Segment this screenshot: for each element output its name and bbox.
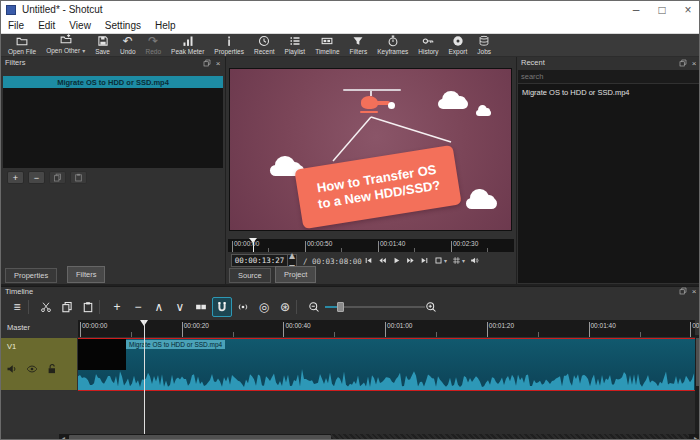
close-icon[interactable]: × xyxy=(689,287,699,297)
recent-item[interactable]: Migrate OS to HDD or SSD.mp4 xyxy=(522,88,630,97)
open-other-button[interactable]: Open Other▾ xyxy=(41,34,90,57)
master-track-label[interactable]: Master xyxy=(7,323,30,332)
append-button[interactable]: + xyxy=(107,297,127,317)
timeline-button[interactable]: Timeline xyxy=(310,34,344,57)
playlist-icon xyxy=(289,35,301,48)
menu-item-edit[interactable]: Edit xyxy=(31,18,62,34)
filters-button[interactable]: Filters xyxy=(345,34,373,57)
video-preview[interactable]: How to Transfer OS to a New HDD/SSD? xyxy=(229,68,512,231)
tab-properties[interactable]: Properties xyxy=(5,268,57,283)
snap-button[interactable] xyxy=(212,297,232,317)
timeline-ruler[interactable]: 00:00:0000:00:2000:00:4000:01:0000:01:20… xyxy=(78,320,695,337)
open-file-button[interactable]: Open File xyxy=(3,34,41,57)
audio-waveform xyxy=(78,366,694,390)
menu-item-file[interactable]: File xyxy=(1,18,31,34)
preview-ruler[interactable]: 00:00:0000:00:5000:01:4000:02:30 xyxy=(228,239,514,252)
close-icon[interactable]: × xyxy=(213,59,223,69)
peak-meter-button[interactable]: Peak Meter xyxy=(166,34,209,57)
horizontal-scrollbar[interactable]: ◂ ▸ xyxy=(59,434,700,440)
tab-project[interactable]: Project xyxy=(275,266,316,283)
remove-filter-button[interactable]: − xyxy=(28,171,45,184)
overwrite-button[interactable]: ∨ xyxy=(170,297,190,317)
menu-item-view[interactable]: View xyxy=(62,18,98,34)
hide-icon[interactable] xyxy=(26,361,39,374)
mute-icon[interactable] xyxy=(6,361,19,374)
rewind-button[interactable] xyxy=(378,256,387,265)
ripple-all-tracks-button[interactable]: ⊛ xyxy=(275,297,295,317)
timeline-menu-button[interactable]: ≡ xyxy=(7,297,27,317)
spinner-arrows[interactable]: ▴▾ xyxy=(287,255,296,266)
split-button[interactable] xyxy=(191,297,211,317)
recent-button[interactable]: Recent xyxy=(249,34,280,57)
play-button[interactable] xyxy=(392,256,401,265)
ripple-delete-button[interactable]: − xyxy=(128,297,148,317)
timeline-icon xyxy=(321,35,333,48)
zoom-fit-button[interactable]: ▾ xyxy=(434,255,447,267)
add-filter-button[interactable]: + xyxy=(7,171,24,184)
close-icon[interactable]: × xyxy=(689,59,699,69)
cut-button[interactable] xyxy=(36,297,56,317)
v1-track-header[interactable]: V1 xyxy=(1,338,77,390)
undo-button[interactable]: ↶Undo xyxy=(115,34,141,57)
skip-start-button[interactable] xyxy=(364,256,373,265)
video-clip[interactable]: Migrate OS to HDD or SSD.mp4 xyxy=(78,338,695,391)
ff-icon xyxy=(406,256,415,265)
ripple-button[interactable]: ◎ xyxy=(254,297,274,317)
ruler-tick-label: 00:01:00 xyxy=(387,322,412,329)
copy-filters-button[interactable] xyxy=(49,171,66,184)
folder-plus-icon xyxy=(60,33,72,45)
zoom-slider-handle[interactable] xyxy=(337,302,344,312)
save-button[interactable]: Save xyxy=(90,34,115,57)
recent-list[interactable]: Migrate OS to HDD or SSD.mp4 xyxy=(518,84,700,283)
redo-icon: ↷ xyxy=(148,35,158,48)
stopwatch-icon xyxy=(387,35,399,48)
playlist-button[interactable]: Playlist xyxy=(280,34,311,57)
properties-button[interactable]: Properties xyxy=(209,34,249,57)
grid-button[interactable]: ▾ xyxy=(452,255,465,267)
tab-source[interactable]: Source xyxy=(229,268,271,283)
paste-filters-button[interactable] xyxy=(70,171,87,184)
copy-button[interactable] xyxy=(57,297,77,317)
redo-button[interactable]: ↷Redo xyxy=(141,34,167,57)
fast-forward-button[interactable] xyxy=(406,256,415,265)
menu-item-help[interactable]: Help xyxy=(148,18,183,34)
skip-end-button[interactable] xyxy=(420,256,429,265)
v1-track-label: V1 xyxy=(7,342,16,351)
skip-start-icon xyxy=(364,256,373,265)
selected-clip-header: Migrate OS to HDD or SSD.mp4 xyxy=(3,76,223,88)
menu-bar: FileEditViewSettingsHelp xyxy=(1,18,700,34)
timeline-playhead[interactable] xyxy=(140,320,149,434)
zoom-timeline-in-button[interactable] xyxy=(421,297,441,317)
tab-filters[interactable]: Filters xyxy=(67,266,105,283)
volume-button[interactable] xyxy=(470,256,479,265)
keyframes-button[interactable]: Keyframes xyxy=(372,34,413,57)
paste-button[interactable] xyxy=(78,297,98,317)
search-input[interactable] xyxy=(518,70,700,83)
float-icon[interactable] xyxy=(678,287,688,297)
main-toolbar: Open FileOpen Other▾Save↶Undo↷RedoPeak M… xyxy=(1,34,700,57)
filter-list[interactable] xyxy=(3,88,223,168)
maximize-button[interactable]: □ xyxy=(649,1,675,18)
jobs-button[interactable]: Jobs xyxy=(472,34,496,57)
history-button[interactable]: History xyxy=(413,34,443,57)
zoom-timeline-out-button[interactable] xyxy=(304,297,324,317)
v-scroll-handle[interactable] xyxy=(696,338,700,386)
ruler-tick-label: 00:00:20 xyxy=(184,322,209,329)
lift-button[interactable]: ∧ xyxy=(149,297,169,317)
menu-item-settings[interactable]: Settings xyxy=(98,18,148,34)
minimize-button[interactable]: – xyxy=(623,1,649,18)
play-icon xyxy=(392,256,401,265)
vertical-scrollbar[interactable] xyxy=(695,335,700,434)
export-button[interactable]: Export xyxy=(444,34,473,57)
ruler-tick-label: 00:01:20 xyxy=(489,322,514,329)
h-scroll-handle[interactable] xyxy=(69,435,331,440)
scrub-while-dragging-button[interactable] xyxy=(233,297,253,317)
timeline-background xyxy=(1,391,695,434)
lock-icon[interactable] xyxy=(46,361,59,374)
float-icon[interactable] xyxy=(678,59,688,69)
scroll-left-icon[interactable]: ◂ xyxy=(59,434,68,440)
close-button[interactable]: × xyxy=(675,1,700,18)
zoom-slider[interactable] xyxy=(325,297,425,317)
scroll-right-icon[interactable]: ▸ xyxy=(691,434,700,440)
float-icon[interactable] xyxy=(202,59,212,69)
